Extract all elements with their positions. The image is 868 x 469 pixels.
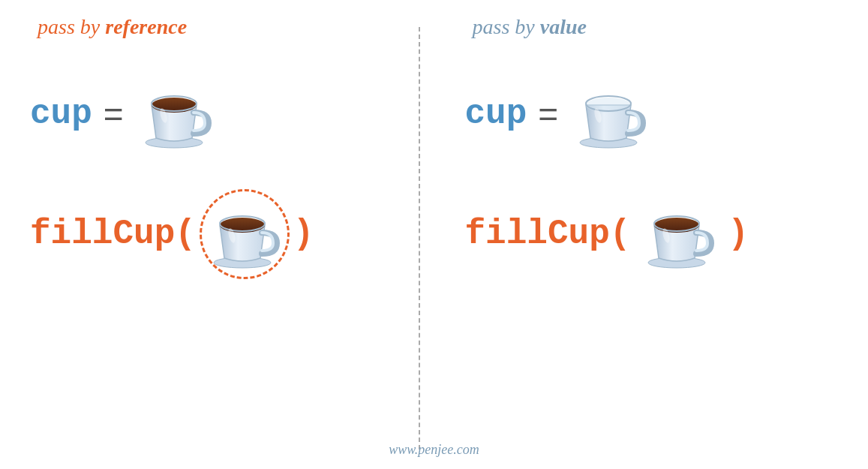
right-fillcup-open: fillCup( [465,215,631,254]
left-cup-full [135,77,218,152]
left-fillcup-close: ) [293,215,314,254]
right-row2: fillCup( [465,197,749,272]
left-cup-referenced [203,197,286,272]
left-title-prefix: pass by [38,15,105,38]
left-row2: fillCup( [30,197,314,272]
right-fillcup-close: ) [728,215,749,254]
left-fillcup-open: fillCup( [30,215,196,254]
right-cup-empty [569,77,652,152]
cup-empty-icon [569,77,652,152]
right-cup-copy [638,197,720,272]
footer: www.penjee.com [389,442,479,458]
left-cup-label: cup [30,95,92,134]
right-title-bold: value [540,15,587,38]
right-panel: pass by value cup = [420,0,869,469]
left-equals: = [104,94,124,134]
right-row1: cup = [465,77,653,152]
cup-full-icon [135,77,218,152]
right-equals: = [538,94,558,134]
footer-text: www.penjee.com [389,442,479,457]
main-container: pass by reference cup = [0,0,868,469]
right-title-prefix: pass by [473,15,540,38]
left-row1: cup = [30,77,218,152]
left-panel: pass by reference cup = [0,0,419,469]
left-title: pass by reference [30,15,187,39]
right-title: pass by value [465,15,587,39]
left-title-bold: reference [105,15,187,38]
cup-copy-icon [638,197,720,272]
dashed-circle-icon [200,189,290,279]
right-cup-label: cup [465,95,527,134]
